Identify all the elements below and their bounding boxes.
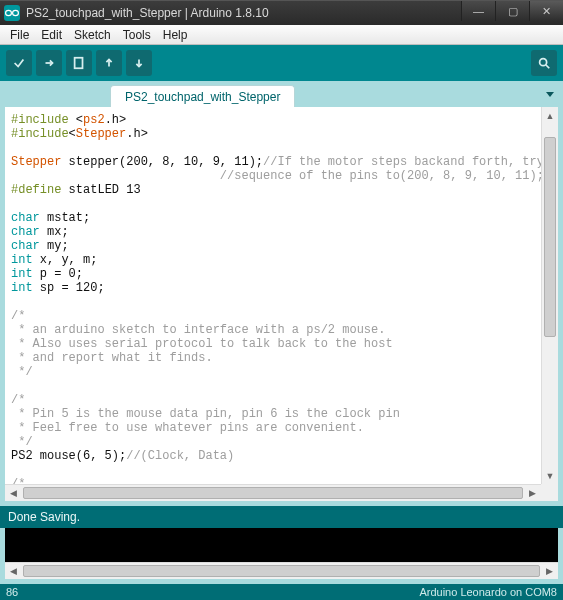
code-text: * Pin 5 is the mouse data pin, pin 6 is … <box>11 407 400 421</box>
scroll-right-arrow-icon[interactable]: ▶ <box>541 563 558 579</box>
console-horizontal-scrollbar[interactable]: ◀ ▶ <box>5 562 558 579</box>
scroll-right-arrow-icon[interactable]: ▶ <box>524 485 541 501</box>
console-area: ◀ ▶ <box>0 528 563 584</box>
code-text: int <box>11 267 33 281</box>
serial-monitor-button[interactable] <box>531 50 557 76</box>
code-text: * and report what it finds. <box>11 351 213 365</box>
code-text: #include <box>11 127 69 141</box>
code-text: mx; <box>40 225 69 239</box>
code-text: .h> <box>126 127 148 141</box>
code-text: char <box>11 239 40 253</box>
code-text: < <box>69 113 83 127</box>
scroll-down-arrow-icon[interactable]: ▼ <box>542 467 558 484</box>
code-text: #include <box>11 113 69 127</box>
code-text: #define <box>11 183 61 197</box>
svg-point-0 <box>6 10 12 15</box>
close-button[interactable]: ✕ <box>529 1 563 21</box>
board-port-indicator: Arduino Leonardo on COM8 <box>419 586 557 598</box>
menu-sketch[interactable]: Sketch <box>68 26 117 44</box>
scroll-thumb[interactable] <box>544 137 556 337</box>
status-message: Done Saving. <box>8 510 80 524</box>
line-number-indicator: 86 <box>6 586 18 598</box>
tab-main[interactable]: PS2_touchpad_with_Stepper <box>110 85 295 108</box>
code-text: * Also uses serial protocol to talk back… <box>11 337 393 351</box>
scroll-corner <box>541 484 558 501</box>
maximize-button[interactable]: ▢ <box>495 1 529 21</box>
window-titlebar: PS2_touchpad_with_Stepper | Arduino 1.8.… <box>0 0 563 25</box>
code-text: Stepper <box>76 127 126 141</box>
code-text: my; <box>40 239 69 253</box>
svg-marker-5 <box>546 92 554 97</box>
svg-rect-2 <box>75 58 83 69</box>
code-text: //sequence of the pins to(200, 8, 9, 10,… <box>11 169 541 183</box>
scroll-thumb[interactable] <box>23 565 540 577</box>
code-text: p = 0; <box>33 267 83 281</box>
window-controls: — ▢ ✕ <box>461 1 563 25</box>
menu-edit[interactable]: Edit <box>35 26 68 44</box>
code-text: ps2 <box>83 113 105 127</box>
code-text: char <box>11 211 40 225</box>
menu-bar: File Edit Sketch Tools Help <box>0 25 563 45</box>
code-text: statLED 13 <box>61 183 140 197</box>
code-text: int <box>11 253 33 267</box>
code-editor[interactable]: #include <ps2.h> #include<Stepper.h> Ste… <box>5 107 541 484</box>
arduino-app-icon <box>4 5 20 21</box>
upload-button[interactable] <box>36 50 62 76</box>
window-title: PS2_touchpad_with_Stepper | Arduino 1.8.… <box>26 6 461 20</box>
menu-help[interactable]: Help <box>157 26 194 44</box>
code-text: .h> <box>105 113 127 127</box>
editor-vertical-scrollbar[interactable]: ▲ ▼ <box>541 107 558 484</box>
minimize-button[interactable]: — <box>461 1 495 21</box>
code-text: */ <box>11 435 33 449</box>
scroll-left-arrow-icon[interactable]: ◀ <box>5 485 22 501</box>
status-bar: 86 Arduino Leonardo on COM8 <box>0 584 563 600</box>
tab-bar: PS2_touchpad_with_Stepper <box>0 81 563 107</box>
code-text: mstat; <box>40 211 90 225</box>
code-text: /* <box>11 309 25 323</box>
verify-button[interactable] <box>6 50 32 76</box>
open-sketch-button[interactable] <box>96 50 122 76</box>
editor-area: #include <ps2.h> #include<Stepper.h> Ste… <box>0 107 563 506</box>
code-text: /* <box>11 393 25 407</box>
svg-point-1 <box>13 10 19 15</box>
code-text: //(Clock, Data) <box>126 449 234 463</box>
code-text: PS2 mouse(6, 5); <box>11 449 126 463</box>
scroll-up-arrow-icon[interactable]: ▲ <box>542 107 558 124</box>
code-text: int <box>11 281 33 295</box>
scroll-left-arrow-icon[interactable]: ◀ <box>5 563 22 579</box>
toolbar <box>0 45 563 81</box>
svg-point-3 <box>540 59 547 66</box>
code-text: */ <box>11 365 33 379</box>
message-bar: Done Saving. <box>0 506 563 528</box>
menu-file[interactable]: File <box>4 26 35 44</box>
scroll-thumb[interactable] <box>23 487 523 499</box>
tab-menu-icon[interactable] <box>543 87 557 101</box>
code-text: x, y, m; <box>33 253 98 267</box>
code-text: * Feel free to use whatever pins are con… <box>11 421 364 435</box>
code-text: < <box>69 127 76 141</box>
editor-horizontal-scrollbar[interactable]: ◀ ▶ <box>5 484 541 501</box>
code-text: stepper(200, 8, 10, 9, 11); <box>61 155 263 169</box>
code-text: char <box>11 225 40 239</box>
code-text: //If the motor steps backand forth, try … <box>263 155 541 169</box>
code-text: /* <box>11 477 25 484</box>
code-text: * an arduino sketch to interface with a … <box>11 323 385 337</box>
code-text: sp = 120; <box>33 281 105 295</box>
new-sketch-button[interactable] <box>66 50 92 76</box>
save-sketch-button[interactable] <box>126 50 152 76</box>
menu-tools[interactable]: Tools <box>117 26 157 44</box>
code-text: Stepper <box>11 155 61 169</box>
svg-line-4 <box>546 65 550 69</box>
